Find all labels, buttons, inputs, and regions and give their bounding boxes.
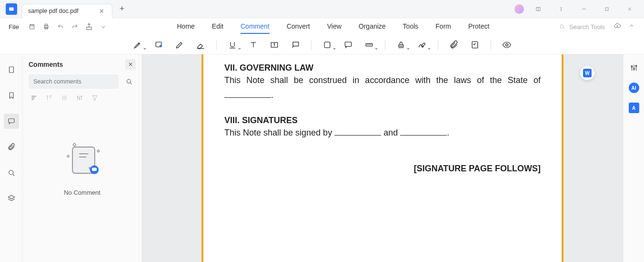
toolbar-divider [216, 40, 217, 50]
toolbar-divider [491, 40, 491, 50]
svg-line-43 [131, 83, 132, 84]
funnel-icon[interactable] [91, 94, 99, 102]
save-icon[interactable] [28, 22, 36, 31]
pencil-icon[interactable] [174, 40, 185, 50]
thumbnails-icon[interactable] [4, 62, 19, 77]
svg-rect-38 [9, 67, 13, 73]
word-badge-icon[interactable]: W [580, 66, 594, 80]
svg-line-17 [563, 28, 564, 29]
menu-form[interactable]: Form [435, 20, 451, 34]
minimize-button[interactable] [575, 0, 593, 18]
menubar-right [614, 22, 635, 31]
svg-point-5 [561, 10, 562, 10]
close-button[interactable] [621, 0, 638, 18]
svg-point-4 [561, 9, 562, 9]
measure-icon[interactable] [364, 40, 374, 50]
search-tab-icon[interactable] [4, 165, 19, 180]
settings-icon[interactable] [75, 94, 84, 102]
search-tools[interactable]: Search Tools [559, 23, 605, 31]
layers-icon[interactable] [4, 191, 19, 206]
textbox-icon[interactable] [269, 40, 280, 50]
highlight-icon[interactable] [132, 40, 143, 50]
user-avatar-icon[interactable] [514, 4, 524, 14]
chat-icon[interactable] [343, 40, 353, 50]
comment-toolbar [0, 35, 644, 54]
callout-icon[interactable] [290, 40, 301, 50]
ai-badge-icon[interactable]: AI [628, 82, 640, 94]
svg-rect-39 [9, 119, 14, 123]
close-panel-icon[interactable]: ✕ [125, 59, 136, 70]
text-icon[interactable] [248, 40, 259, 50]
undo-icon[interactable] [56, 22, 65, 31]
main-menu: Home Edit Comment Convert View Organize … [108, 20, 559, 34]
bookmarks-icon[interactable] [4, 88, 19, 103]
search-tools-label: Search Tools [569, 23, 605, 31]
empty-comments-illustration-icon [56, 131, 109, 183]
document-tab[interactable]: sample pdf doc.pdf ✕ [22, 4, 112, 18]
right-rail: AI A [623, 54, 644, 262]
menu-tools[interactable]: Tools [403, 20, 419, 34]
paragraph-signatures: This Note shall be signed by and . [224, 126, 541, 140]
quick-dropdown-icon[interactable] [99, 22, 108, 31]
comments-header: Comments ✕ [23, 54, 141, 74]
translate-badge-icon[interactable]: A [628, 102, 640, 114]
menu-organize[interactable]: Organize [359, 20, 386, 34]
paragraph-governing-law: This Note shall be construed in accordan… [224, 73, 541, 88]
attachments-tab-icon[interactable] [4, 139, 19, 155]
svg-rect-7 [605, 8, 608, 10]
svg-rect-13 [45, 24, 47, 26]
eraser-icon[interactable] [195, 40, 206, 50]
signature-icon[interactable] [417, 40, 427, 50]
app-logo-icon[interactable] [6, 3, 17, 15]
collapse-ribbon-icon[interactable] [628, 22, 635, 31]
toolbar-divider [438, 40, 438, 50]
file-menu[interactable]: File [9, 23, 19, 31]
shape-icon[interactable] [322, 40, 332, 50]
search-comments-input[interactable] [29, 74, 119, 89]
heading-signatures: VIII. SIGNATURES [224, 115, 541, 126]
toolbar-divider [385, 40, 385, 50]
svg-rect-36 [472, 42, 478, 48]
note-icon[interactable] [153, 40, 164, 50]
print-icon[interactable] [42, 22, 50, 31]
comments-tab-icon[interactable] [4, 114, 19, 129]
menubar: File Home Edit Comment Convert View Orga… [0, 18, 644, 35]
redo-icon[interactable] [70, 22, 79, 31]
maximize-button[interactable] [598, 0, 615, 18]
document-viewport[interactable]: VII. GOVERNING LAW This Note shall be co… [142, 54, 623, 262]
menu-protect[interactable]: Protect [468, 20, 489, 34]
heading-governing-law: VII. GOVERNING LAW [224, 63, 541, 73]
empty-comments-text: No Comment [64, 189, 101, 196]
svg-rect-34 [399, 45, 403, 46]
new-tab-button[interactable]: + [115, 2, 129, 16]
menu-comment[interactable]: Comment [241, 20, 270, 34]
share-icon[interactable] [85, 22, 93, 31]
signature-page-follows: [SIGNATURE PAGE FOLLOWS] [224, 161, 541, 176]
tab-title: sample pdf doc.pdf [28, 8, 79, 14]
menu-view[interactable]: View [327, 20, 342, 34]
tab-close-icon[interactable]: ✕ [97, 8, 106, 15]
adjust-icon[interactable] [60, 94, 69, 102]
svg-rect-28 [324, 42, 330, 48]
comments-search-row [23, 74, 141, 89]
main-area: Comments ✕ [0, 54, 644, 262]
more-icon[interactable] [553, 0, 570, 18]
filter-az-icon[interactable] [45, 94, 53, 102]
eye-icon[interactable] [502, 40, 512, 50]
menu-convert[interactable]: Convert [287, 20, 310, 34]
menu-edit[interactable]: Edit [212, 20, 223, 34]
left-rail [0, 54, 23, 262]
search-comments-button[interactable] [122, 75, 136, 88]
sort-icon[interactable] [30, 94, 38, 102]
panel-icon[interactable] [530, 0, 547, 18]
attachment-icon[interactable] [449, 40, 459, 50]
cloud-upload-icon[interactable] [614, 22, 621, 31]
stamp-icon[interactable] [396, 40, 406, 50]
pdf-page: VII. GOVERNING LAW This Note shall be co… [201, 54, 564, 262]
menu-home[interactable]: Home [177, 20, 195, 34]
sliders-icon[interactable] [628, 62, 640, 73]
svg-point-16 [560, 25, 564, 28]
underline-icon[interactable] [227, 40, 238, 50]
comments-panel: Comments ✕ [23, 54, 142, 262]
checklist-icon[interactable] [470, 40, 480, 50]
